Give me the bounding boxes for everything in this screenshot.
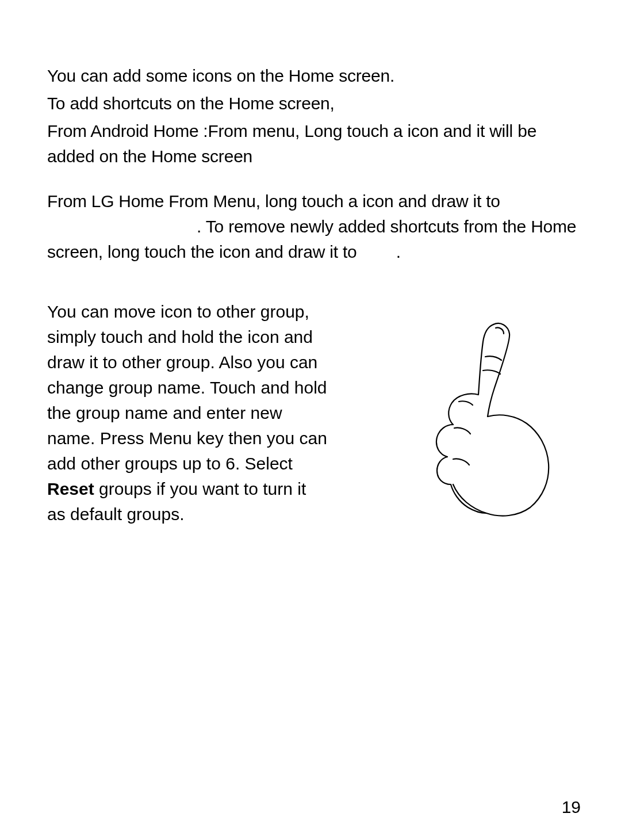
lg-home-text-b: . To remove newly added shortcuts from t… — [47, 217, 576, 261]
move-text-a: You can move icon to other group, simply… — [47, 302, 327, 473]
manual-page: You can add some icons on the Home scree… — [0, 0, 621, 840]
android-home-label: From Android Home : — [47, 121, 208, 140]
intro-line-1: You can add some icons on the Home scree… — [47, 63, 580, 89]
lg-home-paragraph: From LG Home From Menu, long touch a ico… — [47, 189, 580, 265]
reset-label: Reset — [47, 479, 94, 498]
android-home-paragraph: From Android Home :From menu, Long touch… — [47, 119, 580, 169]
lg-home-label: From LG Home — [47, 192, 168, 211]
lg-home-text-c: . — [396, 242, 401, 261]
intro-block: You can add some icons on the Home scree… — [47, 63, 580, 265]
move-icon-text: You can move icon to other group, simply… — [47, 299, 329, 527]
pointing-hand-icon — [373, 311, 580, 518]
page-number: 19 — [562, 797, 581, 817]
intro-line-2: To add shortcuts on the Home screen, — [47, 91, 580, 116]
lg-home-text-a: From Menu, long touch a icon and draw it… — [168, 192, 500, 211]
